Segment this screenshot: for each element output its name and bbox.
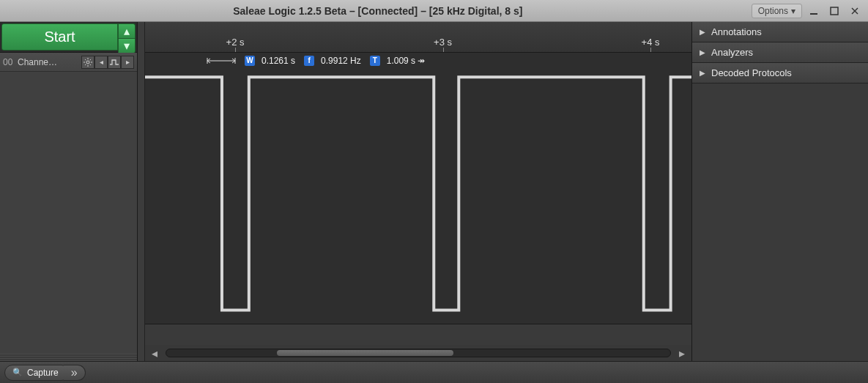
time-label: +2 s: [226, 37, 245, 48]
channel-buttons: ◂ ▸: [81, 56, 134, 69]
analyzers-label: Analyzers: [711, 47, 753, 58]
maximize-button[interactable]: [826, 4, 843, 18]
footer: 🔍 Capture »: [0, 361, 868, 383]
disclosure-triangle-icon: ▶: [700, 28, 705, 36]
start-row: Start ▴ ▾: [0, 22, 137, 53]
titlebar: Saleae Logic 1.2.5 Beta – [Connected] – …: [0, 0, 868, 22]
center-column: +2 s +3 s +4 s W 0.1261 s f 0.9912 Hz T …: [138, 22, 692, 361]
svg-rect-1: [831, 7, 838, 15]
time-tick: [443, 48, 444, 52]
svg-line-12: [90, 59, 91, 60]
capture-tab-label: Capture: [27, 368, 59, 378]
chevron-down-icon: ▾: [791, 6, 795, 16]
analyzers-panel-header[interactable]: ▶ Analyzers: [692, 42, 868, 63]
waveform-footer-gap: [145, 324, 691, 345]
channel-list: 00 Channe… ◂ ▸: [0, 53, 137, 354]
annotations-panel-header[interactable]: ▶ Annotations: [692, 22, 868, 42]
horizontal-scrollbar[interactable]: ◂ ▸: [145, 345, 691, 361]
glyph-gutter: [138, 22, 145, 361]
next-edge-icon[interactable]: ▸: [121, 56, 134, 69]
options-label: Options: [758, 6, 788, 16]
right-column: ▶ Annotations ▶ Analyzers ▶ Decoded Prot…: [692, 22, 868, 361]
main-area: Start ▴ ▾ 00 Channe… ◂ ▸: [0, 22, 868, 361]
start-up-button[interactable]: ▴: [118, 23, 136, 38]
decoded-label: Decoded Protocols: [711, 67, 792, 78]
timeline-ruler[interactable]: +2 s +3 s +4 s: [145, 22, 691, 53]
options-button[interactable]: Options ▾: [752, 4, 802, 18]
time-tick: [235, 48, 236, 52]
start-down-button[interactable]: ▾: [118, 38, 136, 53]
scroll-left-icon[interactable]: ◂: [149, 348, 160, 358]
magnifier-icon: 🔍: [12, 368, 23, 377]
close-button[interactable]: [846, 4, 864, 18]
scroll-thumb[interactable]: [277, 350, 453, 356]
time-label: +4 s: [642, 37, 660, 48]
svg-point-4: [86, 61, 89, 64]
resize-handle[interactable]: [0, 354, 137, 361]
prev-edge-icon[interactable]: ◂: [94, 56, 108, 69]
channel-name: Channe…: [18, 57, 81, 67]
scroll-track[interactable]: [166, 349, 671, 357]
capture-tab[interactable]: 🔍 Capture: [4, 365, 70, 381]
start-spinner: ▴ ▾: [118, 23, 136, 51]
pulse-icon[interactable]: [108, 56, 121, 69]
channel-index: 00: [3, 57, 18, 67]
start-button[interactable]: Start: [1, 23, 118, 51]
scroll-right-icon[interactable]: ▸: [677, 348, 687, 358]
svg-line-9: [85, 59, 86, 60]
channel-row[interactable]: 00 Channe… ◂ ▸: [0, 53, 137, 72]
annotations-label: Annotations: [711, 26, 762, 37]
left-column: Start ▴ ▾ 00 Channe… ◂ ▸: [0, 22, 138, 361]
next-tab-button[interactable]: »: [64, 365, 86, 381]
window-title: Saleae Logic 1.2.5 Beta – [Connected] – …: [4, 5, 752, 17]
waveform-area[interactable]: W 0.1261 s f 0.9912 Hz T 1.009 s ↠: [145, 53, 691, 324]
minimize-button[interactable]: [805, 4, 823, 18]
disclosure-triangle-icon: ▶: [700, 69, 705, 77]
svg-line-11: [85, 64, 86, 64]
waveform-plot: [145, 53, 691, 324]
gear-icon[interactable]: [81, 56, 94, 69]
svg-rect-0: [810, 13, 817, 15]
time-label: +3 s: [434, 37, 452, 48]
svg-line-10: [90, 64, 91, 64]
disclosure-triangle-icon: ▶: [700, 48, 705, 56]
time-tick: [650, 48, 651, 52]
decoded-protocols-panel-header[interactable]: ▶ Decoded Protocols: [692, 63, 868, 83]
